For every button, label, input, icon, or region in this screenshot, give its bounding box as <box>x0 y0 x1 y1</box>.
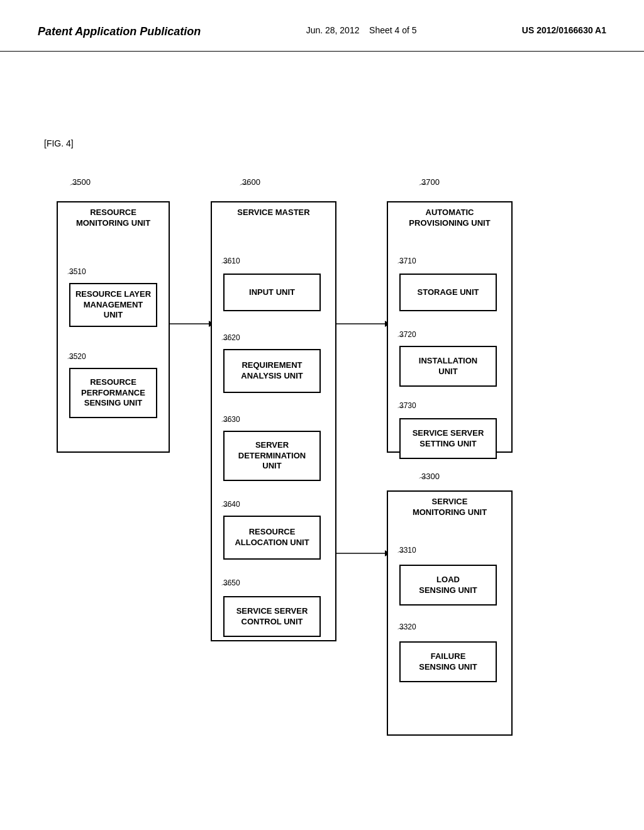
box-installation-unit: INSTALLATIONUNIT <box>399 346 497 387</box>
bracket-3710: ⌒ <box>397 261 406 272</box>
box-resource-performance-sensing: RESOURCEPERFORMANCESENSING UNIT <box>69 368 157 418</box>
figure-label: [FIG. 4] <box>44 138 74 148</box>
box-service-monitoring-unit: SERVICEMONITORING UNIT <box>387 490 513 736</box>
box-input-unit: INPUT UNIT <box>223 274 321 311</box>
box-resource-allocation: RESOURCEALLOCATION UNIT <box>223 516 321 560</box>
bracket-3300: ⌒ <box>418 476 427 487</box>
bracket-3700: ⌒ <box>418 182 428 196</box>
box-resource-layer-management: RESOURCE LAYERMANAGEMENT UNIT <box>69 283 157 327</box>
box-server-determination: SERVERDETERMINATIONUNIT <box>223 431 321 481</box>
bracket-3610: ⌒ <box>221 261 230 272</box>
bracket-3630: ⌒ <box>221 419 230 431</box>
bracket-3520: ⌒ <box>67 357 75 368</box>
box-automatic-provisioning: AUTOMATICPROVISIONING UNIT <box>387 201 513 453</box>
box-service-server-setting: SERVICE SERVERSETTING UNIT <box>399 418 497 459</box>
publication-title: Patent Application Publication <box>38 25 201 38</box>
box-requirement-analysis: REQUIREMENTANALYSIS UNIT <box>223 349 321 393</box>
box-failure-sensing: FAILURESENSING UNIT <box>399 641 497 682</box>
bracket-3650: ⌒ <box>221 583 230 594</box>
bracket-3620: ⌒ <box>221 338 230 349</box>
publication-number: US 2012/0166630 A1 <box>522 25 606 35</box>
box-storage-unit: STORAGE UNIT <box>399 274 497 311</box>
bracket-3720: ⌒ <box>397 335 406 346</box>
bracket-3320: ⌒ <box>397 627 406 638</box>
diagram: 3500 ⌒ RESOURCEMONITORING UNIT 3510 ⌒ RE… <box>38 163 604 761</box>
page-header: Patent Application Publication Jun. 28, … <box>0 0 644 52</box>
bracket-3640: ⌒ <box>221 504 230 516</box>
box-load-sensing: LOADSENSING UNIT <box>399 565 497 606</box>
bracket-3510: ⌒ <box>67 272 75 283</box>
box-service-server-control: SERVICE SERVERCONTROL UNIT <box>223 596 321 637</box>
bracket-3500: ⌒ <box>69 182 79 196</box>
bracket-3600: ⌒ <box>239 182 249 196</box>
publication-date: Jun. 28, 2012 Sheet 4 of 5 <box>306 25 417 35</box>
bracket-3310: ⌒ <box>397 550 406 562</box>
bracket-3730: ⌒ <box>397 406 406 417</box>
